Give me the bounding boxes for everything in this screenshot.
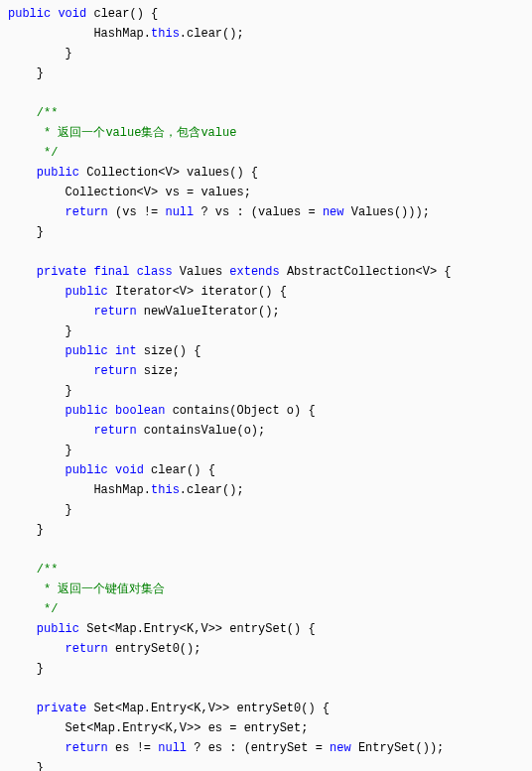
keyword-token: public [66,463,108,477]
text-token: } [8,47,72,61]
text-token: } [8,66,44,80]
text-token: HashMap. [8,27,151,41]
code-line: } [8,47,72,61]
text-token: size() { [137,344,201,358]
keyword-token: public [8,7,51,21]
code-line: } [8,503,72,517]
text-token: Values [173,265,230,279]
code-line: } [8,444,72,457]
code-line: } [8,66,44,80]
keyword-token: extends [229,265,279,279]
code-line: } [8,662,44,676]
keyword-token: public [37,166,79,180]
keyword-token: null [165,205,194,219]
text-token: Set<Map.Entry<K,V>> entrySet0() { [86,702,330,715]
keyword-token: return [93,305,136,319]
code-line: return (vs != null ? vs : (values = new … [8,205,430,219]
text-token: } [8,662,44,676]
comment-token: /** [8,563,58,577]
code-line: */ [8,602,58,616]
text-token: } [8,225,44,239]
text-token [8,622,37,636]
text-token: contains(Object o) { [165,404,315,418]
code-line: public int size() { [8,344,200,358]
code-line: } [8,384,72,398]
text-token: } [8,761,44,771]
code-line: } [8,324,72,338]
code-line: /** [8,563,58,577]
text-token: EntrySet()); [351,741,445,755]
text-token [8,205,66,219]
code-line: * 返回一个value集合，包含value [8,126,236,140]
text-token: } [8,503,72,517]
code-line: Collection<V> vs = values; [8,186,251,199]
keyword-token: null [158,741,187,755]
text-token: es != [108,741,158,755]
keyword-token: this [151,27,180,41]
keyword-token: new [330,741,351,755]
code-line: * 返回一个键值对集合 [8,582,165,596]
text-token: .clear(); [180,483,244,497]
text-token: containsValue(o); [137,424,266,438]
text-token [8,305,93,319]
text-token: .clear(); [180,27,244,41]
text-token [8,642,66,656]
code-line: return size; [8,364,180,378]
code-block: public void clear() { HashMap.this.clear… [0,0,532,771]
text-token: Set<Map.Entry<K,V>> entrySet() { [79,622,316,636]
text-token [8,463,66,477]
text-token [129,265,136,279]
text-token: Iterator<V> iterator() { [108,285,287,299]
code-line: */ [8,146,58,160]
comment-token: * 返回一个value集合，包含value [8,126,236,140]
text-token: newValueIterator(); [137,305,280,319]
keyword-token: return [93,424,136,438]
text-token [8,404,66,418]
text-token: } [8,384,72,398]
keyword-token: private [37,702,86,715]
text-token: Collection<V> values() { [79,166,258,180]
code-line: public Collection<V> values() { [8,166,258,180]
text-token [8,702,37,715]
text-token: } [8,523,44,537]
keyword-token: return [93,364,136,378]
text-token: Values())); [343,205,429,219]
text-token [108,344,115,358]
keyword-token: public [66,285,108,299]
keyword-token: private [37,265,86,279]
keyword-token: public [66,404,108,418]
text-token: ? es : (entrySet = [187,741,330,755]
text-token: clear() { [86,7,158,21]
code-line: private Set<Map.Entry<K,V>> entrySet0() … [8,702,330,715]
code-line: } [8,225,44,239]
comment-token: */ [8,602,58,616]
code-line: public Iterator<V> iterator() { [8,285,287,299]
keyword-token: int [115,344,137,358]
text-token: AbstractCollection<V> { [280,265,452,279]
text-token: ? vs : (values = [194,205,323,219]
code-line: /** [8,106,58,120]
keyword-token: public [37,622,79,636]
keyword-token: boolean [115,404,165,418]
code-line: return entrySet0(); [8,642,200,656]
text-token [8,364,93,378]
code-line: HashMap.this.clear(); [8,483,244,497]
text-token: } [8,324,72,338]
code-line: public void clear() { [8,463,215,477]
code-line: private final class Values extends Abstr… [8,265,452,279]
keyword-token: void [58,7,86,21]
keyword-token: this [151,483,180,497]
text-token [108,404,115,418]
text-token: HashMap. [8,483,151,497]
text-token [8,166,37,180]
text-token: } [8,444,72,457]
text-token: clear() { [144,463,215,477]
code-line: public boolean contains(Object o) { [8,404,316,418]
code-line: HashMap.this.clear(); [8,27,244,41]
comment-token: /** [8,106,58,120]
keyword-token: final [93,265,129,279]
comment-token: * 返回一个键值对集合 [8,582,165,596]
text-token: size; [137,364,180,378]
text-token [8,424,93,438]
keyword-token: return [66,205,108,219]
